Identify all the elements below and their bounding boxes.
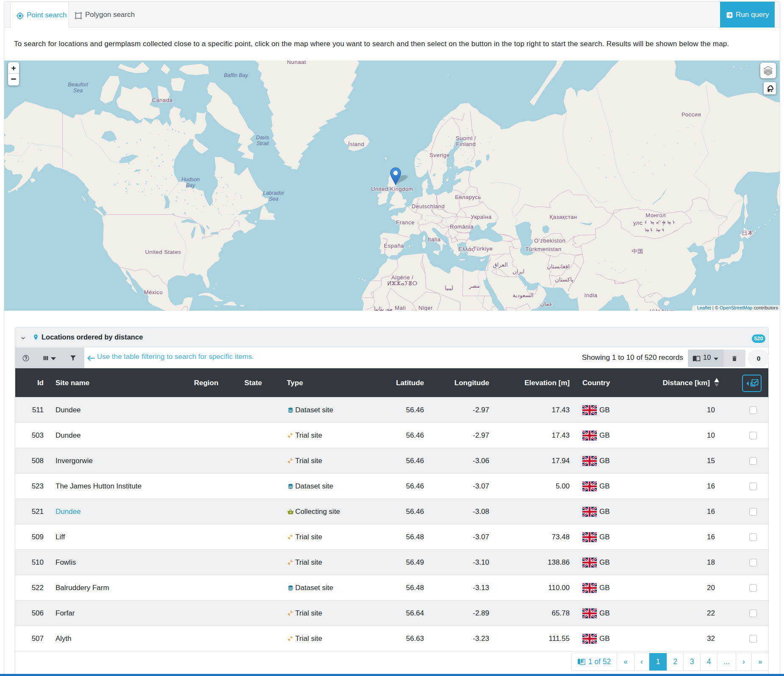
svg-text:Hudson: Hudson (181, 177, 199, 182)
svg-text:العراق: العراق (493, 262, 508, 268)
svg-text:ᠤᠯᠤᠰ: ᠤᠯᠤᠰ (644, 227, 667, 234)
svg-text:улс ᠮᠣᠩᠭᠣᠯ: улс ᠮᠣᠩᠭᠣᠯ (633, 220, 678, 226)
svg-text:Қазақстан: Қазақстан (549, 214, 577, 220)
svg-text:Ísland: Ísland (348, 141, 364, 147)
svg-text:Italia: Italia (428, 236, 441, 243)
svg-text:پاکستان: پاکستان (555, 276, 573, 283)
svg-text:Canada: Canada (152, 97, 173, 103)
svg-text:Ελλάς: Ελλάς (458, 246, 474, 252)
svg-text:United States: United States (145, 249, 181, 255)
svg-text:România: România (450, 223, 474, 230)
svg-text:Türkmenistan: Türkmenistan (525, 246, 561, 252)
svg-text:Niger: Niger (418, 305, 433, 311)
svg-text:Việt Nam: Việt Nam (650, 308, 674, 311)
svg-text:Bay: Bay (186, 182, 195, 188)
svg-text:Монгол: Монгол (645, 212, 666, 218)
svg-text:عمان: عمان (540, 301, 552, 307)
svg-text:السعودية: السعودية (513, 292, 534, 299)
svg-text:México: México (144, 289, 163, 295)
svg-text:Sverige: Sverige (429, 152, 450, 158)
svg-text:Labrador: Labrador (263, 190, 285, 196)
svg-text:España: España (384, 243, 404, 249)
svg-text:日本: 日本 (742, 230, 753, 236)
svg-text:Türkiye: Türkiye (473, 246, 493, 252)
svg-text:Davis: Davis (256, 135, 269, 141)
svg-text:ليبيا: ليبيا (445, 285, 453, 291)
svg-text:موريتانيا: موريتانيا (374, 306, 393, 311)
svg-text:Beaufort: Beaufort (68, 82, 88, 88)
svg-text:France: France (396, 219, 415, 226)
svg-text:United Kingdom: United Kingdom (371, 186, 413, 192)
svg-text:ⵍⵣⵣⴰⵢⴻⵔ: ⵍⵣⵣⴰⵢⴻⵔ (387, 280, 418, 287)
svg-text:Oʻzbekiston: Oʻzbekiston (534, 237, 565, 244)
svg-text:Strait: Strait (256, 141, 269, 146)
svg-text:Finland: Finland (456, 141, 476, 147)
svg-text:مصر: مصر (468, 283, 480, 290)
svg-text:Sea: Sea (73, 88, 83, 94)
svg-text:Україна: Україна (471, 214, 492, 220)
svg-text:Mali: Mali (395, 305, 406, 311)
svg-text:Россия: Россия (681, 111, 701, 118)
svg-text:India: India (585, 292, 598, 298)
svg-text:Algérie /: Algérie / (391, 274, 413, 281)
svg-text:Беларусь: Беларусь (455, 194, 481, 200)
svg-text:Baffin Bay: Baffin Bay (224, 72, 249, 78)
svg-text:Suomi /: Suomi / (456, 135, 476, 141)
svg-text:Deutschland: Deutschland (412, 203, 445, 210)
svg-text:ایران: ایران (513, 268, 524, 275)
svg-text:Nunaat: Nunaat (287, 61, 306, 65)
svg-text:افغانستان: افغانستان (547, 263, 570, 270)
svg-text:中国: 中国 (632, 248, 643, 254)
svg-text:Sea: Sea (269, 196, 278, 202)
